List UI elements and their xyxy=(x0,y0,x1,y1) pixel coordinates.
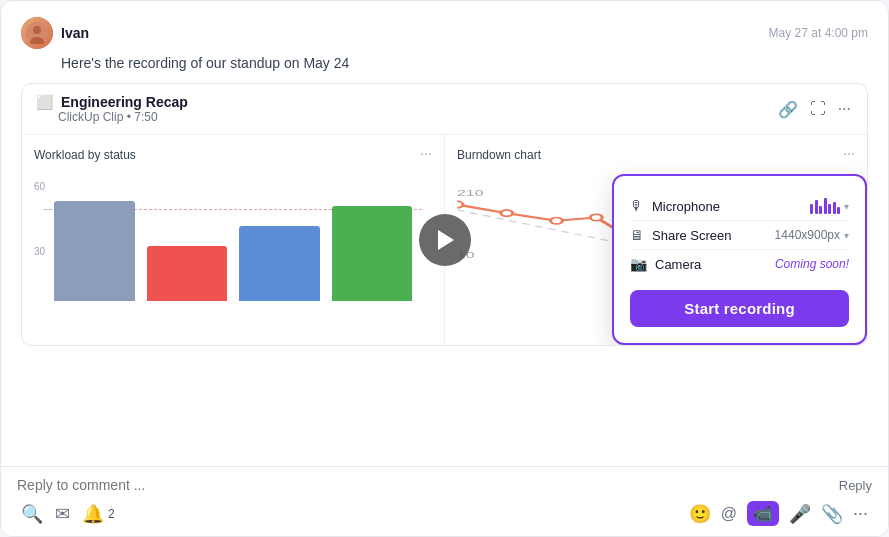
clip-title: Engineering Recap xyxy=(61,94,188,110)
svg-text:210: 210 xyxy=(457,188,484,198)
bar-blue xyxy=(239,226,320,301)
message-author: Ivan xyxy=(21,17,89,49)
mail-toolbar-item[interactable]: ✉ xyxy=(55,503,70,525)
attach-icon[interactable]: 📎 xyxy=(821,503,843,525)
share-screen-row: 🖥 Share Screen 1440x900px ▾ xyxy=(630,221,849,250)
camera-toolbar-icon[interactable]: 📹 xyxy=(747,501,779,526)
left-chart-title: Workload by status xyxy=(34,148,136,162)
recording-popup: 🎙 Microphone xyxy=(612,174,867,345)
message-time: May 27 at 4:00 pm xyxy=(769,26,868,40)
clip-meta: ClickUp Clip • 7:50 xyxy=(58,110,188,124)
mail-icon: ✉ xyxy=(55,503,70,525)
reply-input[interactable] xyxy=(17,477,839,493)
message-header: Ivan May 27 at 4:00 pm xyxy=(21,17,868,49)
avatar-image xyxy=(26,22,48,44)
bar-green xyxy=(332,206,413,301)
audio-icon[interactable]: 🎤 xyxy=(789,503,811,525)
clip-header: ⬜ Engineering Recap ClickUp Clip • 7:50 … xyxy=(22,84,867,135)
camera-row: 📷 Camera Coming soon! xyxy=(630,250,849,278)
svg-point-1 xyxy=(33,26,41,34)
reply-input-row: Reply xyxy=(17,477,872,493)
mic-level-bars xyxy=(810,198,840,214)
left-chart-more[interactable]: ··· xyxy=(420,145,432,161)
toolbar-right: 🙂 @ 📹 🎤 📎 ··· xyxy=(689,501,868,526)
emoji-icon[interactable]: 🙂 xyxy=(689,503,711,525)
right-chart-title: Burndown chart xyxy=(457,148,541,162)
message-text: Here's the recording of our standup on M… xyxy=(61,55,868,71)
play-triangle-icon xyxy=(438,230,454,250)
svg-point-7 xyxy=(590,214,602,220)
microphone-chevron-icon[interactable]: ▾ xyxy=(844,201,849,212)
share-screen-label: Share Screen xyxy=(652,228,732,243)
link-icon[interactable]: 🔗 xyxy=(776,98,800,121)
more-icon[interactable]: ··· xyxy=(836,98,853,120)
camera-label: Camera xyxy=(655,257,701,272)
coming-soon-text: Coming soon! xyxy=(775,257,849,271)
share-screen-chevron-icon[interactable]: ▾ xyxy=(844,230,849,241)
svg-point-4 xyxy=(457,201,463,207)
avatar xyxy=(21,17,53,49)
microphone-icon: 🎙 xyxy=(630,198,644,214)
toolbar: 🔍 ✉ 🔔 2 🙂 @ 📹 🎤 📎 ··· xyxy=(17,501,872,526)
bell-toolbar-item[interactable]: 🔔 2 xyxy=(82,503,115,525)
right-chart-more[interactable]: ··· xyxy=(843,145,855,161)
expand-icon[interactable]: ⛶ xyxy=(808,98,828,120)
bar-red xyxy=(147,246,228,301)
clip-card: ⬜ Engineering Recap ClickUp Clip • 7:50 … xyxy=(21,83,868,346)
recording-popup-overlay: 🎙 Microphone xyxy=(612,174,867,345)
message-area: Ivan May 27 at 4:00 pm Here's the record… xyxy=(1,1,888,466)
more-toolbar-icon[interactable]: ··· xyxy=(853,503,868,524)
microphone-row: 🎙 Microphone xyxy=(630,192,849,221)
reply-button[interactable]: Reply xyxy=(839,478,872,493)
chat-container: Ivan May 27 at 4:00 pm Here's the record… xyxy=(0,0,889,537)
toolbar-left: 🔍 ✉ 🔔 2 xyxy=(21,503,115,525)
chart-left: Workload by status ··· 60 30 xyxy=(22,135,445,345)
search-toolbar-item[interactable]: 🔍 xyxy=(21,503,43,525)
camera-icon: 📷 xyxy=(630,256,647,272)
svg-point-5 xyxy=(501,210,513,216)
clip-actions: 🔗 ⛶ ··· xyxy=(776,98,853,121)
clip-video-icon: ⬜ xyxy=(36,94,53,110)
svg-point-6 xyxy=(551,217,563,223)
reply-area: Reply 🔍 ✉ 🔔 2 🙂 @ 📹 🎤 📎 xyxy=(1,466,888,536)
at-icon[interactable]: @ xyxy=(721,505,737,523)
play-button[interactable] xyxy=(419,214,471,266)
bell-icon: 🔔 xyxy=(82,503,104,525)
resolution-text: 1440x900px xyxy=(775,228,840,242)
clip-content: Workload by status ··· 60 30 xyxy=(22,135,867,345)
start-recording-button[interactable]: Start recording xyxy=(630,290,849,327)
notification-count: 2 xyxy=(108,507,115,521)
author-name: Ivan xyxy=(61,25,89,41)
microphone-label: Microphone xyxy=(652,199,720,214)
share-screen-icon: 🖥 xyxy=(630,227,644,243)
bar-gray xyxy=(54,201,135,301)
search-icon: 🔍 xyxy=(21,503,43,525)
